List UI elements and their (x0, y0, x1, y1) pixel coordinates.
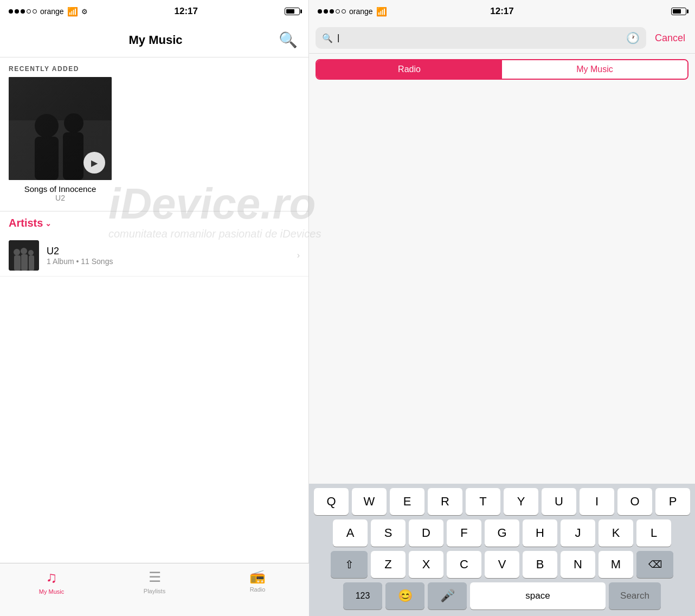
keyboard: Q W E R T Y U I O P A S D F G H J K L ⇧ … (309, 484, 695, 616)
shift-key[interactable]: ⇧ (331, 551, 368, 578)
key-s[interactable]: S (371, 519, 406, 547)
signal-dots-left (9, 9, 37, 14)
play-button[interactable]: ▶ (83, 152, 105, 174)
key-k[interactable]: K (599, 519, 633, 547)
artist-chevron-icon: › (297, 251, 300, 260)
battery-right (671, 8, 686, 15)
album-cover[interactable]: ▶ (9, 77, 112, 180)
segment-control: Radio My Music (316, 59, 688, 80)
emoji-key[interactable]: 😊 (385, 582, 424, 609)
key-h[interactable]: H (523, 519, 557, 547)
status-bar-left: orange 📶 ⚙ 12:17 (0, 0, 308, 23)
key-a[interactable]: A (333, 519, 368, 547)
artist-info: U2 1 Album • 11 Songs (47, 246, 289, 266)
wifi-icon-left: 📶 (67, 7, 78, 17)
clock-icon: 🕐 (626, 31, 640, 44)
artists-label: Artists (9, 217, 43, 229)
svg-rect-11 (21, 254, 28, 271)
cancel-button[interactable]: Cancel (652, 30, 688, 46)
keyboard-row-3: ⇧ Z X C V B N M ⌫ (311, 551, 693, 578)
tab-radio-left[interactable]: 📻 Radio (206, 569, 309, 593)
search-bar-container: 🔍 🕐 Cancel (309, 23, 695, 54)
tab-my-music-label-left: My Music (39, 588, 64, 595)
tab-my-music-left[interactable]: ♫ My Music (0, 569, 103, 595)
key-u[interactable]: U (542, 488, 576, 515)
tab-bar-left: ♫ My Music ☰ Playlists 📻 Radio (0, 563, 309, 616)
album-item[interactable]: ▶ Songs of Innocence U2 (9, 77, 112, 202)
key-l[interactable]: L (636, 519, 671, 547)
key-f[interactable]: F (447, 519, 481, 547)
keyboard-row-1: Q W E R T Y U I O P (311, 488, 693, 515)
key-w[interactable]: W (352, 488, 387, 515)
nav-bar-left: My Music 🔍 (0, 23, 308, 57)
svg-point-12 (28, 250, 34, 255)
carrier-name-right: orange (349, 7, 373, 16)
artist-row[interactable]: U2 1 Album • 11 Songs › (0, 235, 308, 277)
svg-point-8 (14, 249, 20, 255)
key-o[interactable]: O (617, 488, 652, 515)
key-z[interactable]: Z (371, 551, 406, 578)
artists-header[interactable]: Artists ⌄ (0, 211, 308, 235)
keyboard-row-4: 123 😊 🎤 space Search (311, 582, 693, 609)
svg-point-10 (21, 248, 27, 254)
key-j[interactable]: J (561, 519, 595, 547)
key-q[interactable]: Q (314, 488, 349, 515)
right-panel: orange 📶 12:17 🔍 🕐 Cancel Radio My Music… (309, 0, 695, 616)
key-b[interactable]: B (523, 551, 557, 578)
key-y[interactable]: Y (504, 488, 538, 515)
key-g[interactable]: G (485, 519, 519, 547)
artists-section: Artists ⌄ U (0, 211, 308, 277)
key-e[interactable]: E (390, 488, 424, 515)
carrier-name-left: orange (40, 7, 64, 16)
carrier-signal-right: orange 📶 (318, 7, 387, 17)
segment-my-music-btn[interactable]: My Music (502, 60, 687, 79)
tab-radio-label-left: Radio (250, 586, 266, 593)
recently-added-header: RECENTLY ADDED (0, 57, 308, 77)
segment-radio-btn[interactable]: Radio (317, 60, 502, 79)
key-d[interactable]: D (409, 519, 443, 547)
keyboard-row-2: A S D F G H J K L (311, 519, 693, 547)
key-t[interactable]: T (466, 488, 500, 515)
status-bar-right: orange 📶 12:17 (309, 0, 695, 23)
tab-playlists-left[interactable]: ☰ Playlists (103, 569, 206, 594)
search-input[interactable] (337, 33, 622, 43)
artist-meta: 1 Album • 11 Songs (47, 257, 289, 266)
key-p[interactable]: P (655, 488, 690, 515)
battery-left (285, 8, 300, 15)
album-title: Songs of Innocence (24, 184, 96, 194)
music-note-icon: ♫ (46, 569, 57, 586)
time-left: 12:17 (175, 6, 198, 17)
album-grid: ▶ Songs of Innocence U2 (0, 77, 308, 202)
artist-thumb-img (9, 240, 39, 271)
radio-icon-left: 📻 (249, 569, 266, 584)
playlist-icon: ☰ (149, 569, 161, 586)
svg-rect-9 (14, 255, 21, 271)
search-input-box[interactable]: 🔍 🕐 (316, 27, 646, 49)
artist-name: U2 (47, 246, 289, 257)
carrier-signal-left: orange 📶 ⚙ (9, 7, 88, 17)
key-r[interactable]: R (428, 488, 462, 515)
search-button-left[interactable]: 🔍 (279, 33, 298, 48)
mic-key[interactable]: 🎤 (428, 582, 467, 609)
space-key[interactable]: space (470, 582, 606, 609)
signal-dots-right (318, 9, 346, 14)
album-artist: U2 (55, 194, 65, 202)
right-content-area (309, 85, 695, 484)
key-n[interactable]: N (561, 551, 595, 578)
search-icon-right: 🔍 (322, 33, 333, 43)
left-panel: orange 📶 ⚙ 12:17 My Music 🔍 RECENTLY ADD… (0, 0, 309, 616)
search-key[interactable]: Search (609, 582, 661, 609)
key-i[interactable]: I (580, 488, 614, 515)
key-x[interactable]: X (409, 551, 443, 578)
key-m[interactable]: M (599, 551, 633, 578)
backspace-key[interactable]: ⌫ (636, 551, 673, 578)
loading-icon-left: ⚙ (81, 8, 88, 16)
numbers-key[interactable]: 123 (343, 582, 382, 609)
key-v[interactable]: V (485, 551, 519, 578)
chevron-down-icon: ⌄ (45, 219, 52, 228)
artist-thumbnail (9, 240, 39, 271)
key-c[interactable]: C (447, 551, 481, 578)
svg-rect-13 (29, 255, 34, 271)
tab-playlists-label-left: Playlists (144, 588, 165, 594)
wifi-icon-right: 📶 (376, 7, 387, 17)
